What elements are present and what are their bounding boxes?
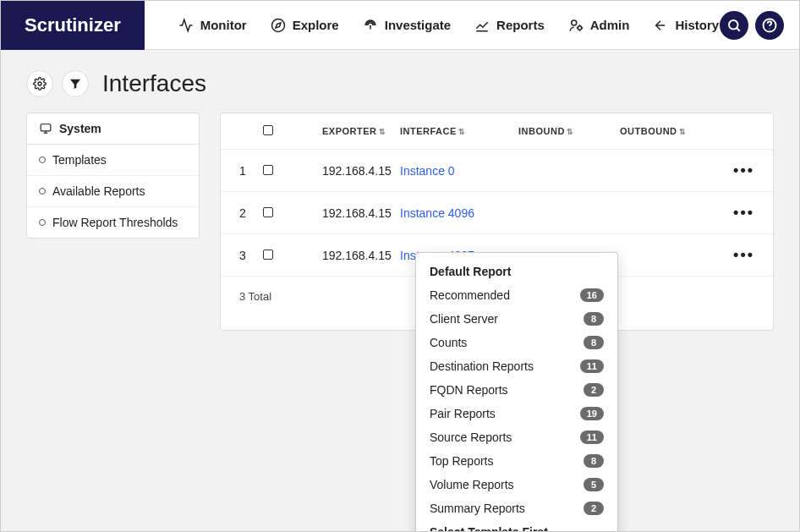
nav-investigate-label: Investigate <box>385 18 451 32</box>
sort-icon: ⇅ <box>567 128 574 136</box>
sort-icon: ⇅ <box>379 128 386 136</box>
nav-reports-label: Reports <box>496 18 545 32</box>
popup-item-destination[interactable]: Destination Reports11 <box>416 354 617 378</box>
brand-logo: Scrutinizer <box>1 1 145 50</box>
count-badge: 8 <box>584 336 604 349</box>
page-title-bar: Interfaces <box>26 70 774 97</box>
popup-item-pair[interactable]: Pair Reports19 <box>416 402 617 425</box>
search-icon <box>726 18 742 33</box>
filter-icon <box>68 77 82 90</box>
nav-explore[interactable]: Explore <box>271 18 339 33</box>
svg-point-0 <box>271 19 284 31</box>
svg-point-2 <box>572 20 577 25</box>
popup-item-volume[interactable]: Volume Reports5 <box>416 473 617 496</box>
row-number: 2 <box>239 206 263 220</box>
monitor-icon <box>39 123 52 134</box>
count-badge: 5 <box>584 478 604 491</box>
count-badge: 11 <box>580 359 604 373</box>
popup-select-template[interactable]: Select Template First <box>416 520 617 532</box>
chart-icon <box>474 18 490 33</box>
fingerprint-icon <box>363 18 378 33</box>
sidebar-item-flow-thresholds[interactable]: Flow Report Thresholds <box>27 207 199 238</box>
select-all-checkbox[interactable] <box>263 125 273 135</box>
row-actions-button[interactable]: ••• <box>721 246 754 264</box>
cell-exporter: 192.168.4.15 <box>322 164 400 178</box>
main-nav: Monitor Explore Investigate Reports Admi… <box>178 18 720 33</box>
activity-icon <box>178 18 194 33</box>
svg-point-9 <box>38 82 41 85</box>
back-arrow-icon <box>653 18 668 33</box>
interface-link[interactable]: Instance 4096 <box>400 206 474 220</box>
search-button[interactable] <box>720 11 748 40</box>
filter-button[interactable] <box>62 70 89 97</box>
table-row: 2 192.168.4.15 Instance 4096 ••• <box>221 191 773 233</box>
nav-history[interactable]: History <box>653 18 719 33</box>
svg-line-6 <box>737 28 740 31</box>
help-icon <box>762 18 777 33</box>
sidebar-item-label: Templates <box>52 153 107 167</box>
row-checkbox[interactable] <box>263 250 273 260</box>
row-checkbox[interactable] <box>263 207 273 217</box>
svg-point-5 <box>729 20 738 30</box>
count-badge: 8 <box>584 454 604 468</box>
count-badge: 19 <box>580 407 604 420</box>
popup-item-client-server[interactable]: Client Server8 <box>416 307 617 331</box>
popup-item-counts[interactable]: Counts8 <box>416 331 617 354</box>
nav-investigate[interactable]: Investigate <box>363 18 451 33</box>
sort-icon: ⇅ <box>458 128 466 136</box>
interface-link[interactable]: Instance 0 <box>400 164 455 178</box>
sidebar-header-system[interactable]: System <box>27 113 199 145</box>
row-checkbox[interactable] <box>263 165 273 175</box>
popup-item-top[interactable]: Top Reports8 <box>416 449 617 473</box>
col-exporter[interactable]: EXPORTER⇅ <box>322 126 400 136</box>
nav-explore-label: Explore <box>293 18 339 32</box>
col-inbound[interactable]: INBOUND⇅ <box>518 126 620 136</box>
row-number: 1 <box>239 164 263 178</box>
popup-item-source[interactable]: Source Reports11 <box>416 425 617 449</box>
sidebar-item-label: Available Reports <box>52 184 145 198</box>
col-interface[interactable]: INTERFACE⇅ <box>400 126 518 136</box>
bullet-icon <box>39 188 46 195</box>
page-body: Interfaces System Templates Available Re… <box>1 50 799 351</box>
compass-icon <box>271 18 286 33</box>
nav-reports[interactable]: Reports <box>474 18 545 33</box>
count-badge: 16 <box>580 288 604 302</box>
sort-icon: ⇅ <box>679 128 687 136</box>
cell-exporter: 192.168.4.15 <box>322 249 400 262</box>
popup-item-summary[interactable]: Summary Reports2 <box>416 496 617 520</box>
sidebar-item-available-reports[interactable]: Available Reports <box>27 176 199 207</box>
cell-exporter: 192.168.4.15 <box>322 206 400 220</box>
page-title: Interfaces <box>102 70 206 97</box>
count-badge: 11 <box>580 431 604 444</box>
count-badge: 2 <box>584 383 604 397</box>
sidebar-header-label: System <box>59 122 101 135</box>
svg-rect-10 <box>41 124 51 131</box>
table-row: 1 192.168.4.15 Instance 0 ••• <box>221 149 773 191</box>
table-header-row: EXPORTER⇅ INTERFACE⇅ INBOUND⇅ OUTBOUND⇅ <box>221 113 773 149</box>
nav-admin[interactable]: Admin <box>568 18 630 33</box>
bullet-icon <box>39 219 46 226</box>
sidebar-item-label: Flow Report Thresholds <box>52 216 178 229</box>
content-area: System Templates Available Reports Flow … <box>26 112 774 331</box>
sidebar-item-templates[interactable]: Templates <box>27 145 199 176</box>
nav-monitor[interactable]: Monitor <box>178 18 247 33</box>
report-menu-popup: Default Report Recommended16 Client Serv… <box>415 252 618 532</box>
nav-monitor-label: Monitor <box>200 18 247 32</box>
row-actions-button[interactable]: ••• <box>721 204 754 222</box>
svg-point-3 <box>578 25 582 30</box>
help-button[interactable] <box>755 11 784 40</box>
count-badge: 2 <box>584 502 604 515</box>
row-number: 3 <box>239 249 263 262</box>
row-actions-button[interactable]: ••• <box>721 162 754 179</box>
header-actions <box>720 11 784 40</box>
count-badge: 8 <box>584 312 604 326</box>
nav-history-label: History <box>675 18 719 32</box>
popup-item-recommended[interactable]: Recommended16 <box>416 283 617 307</box>
user-gear-icon <box>568 18 584 33</box>
interfaces-table: EXPORTER⇅ INTERFACE⇅ INBOUND⇅ OUTBOUND⇅ … <box>220 112 774 331</box>
popup-item-fqdn[interactable]: FQDN Reports2 <box>416 378 617 402</box>
settings-button[interactable] <box>26 70 53 97</box>
gear-icon <box>33 77 47 90</box>
col-outbound[interactable]: OUTBOUND⇅ <box>620 126 721 136</box>
popup-default-report[interactable]: Default Report <box>416 260 617 283</box>
